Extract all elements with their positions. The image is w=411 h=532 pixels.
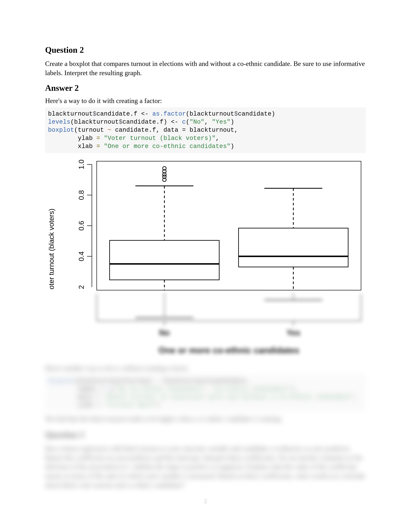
page-number: 2	[0, 497, 411, 504]
svg-text:No: No	[159, 328, 170, 337]
svg-text:0.8: 0.8	[77, 190, 85, 200]
question-heading: Question 2	[45, 45, 366, 55]
svg-text:1.0: 1.0	[77, 160, 85, 169]
boxplot-chart: oter turnout (black voters) 1.0 0.8 0.6 …	[45, 156, 366, 294]
code-block-2-blurred: boxplot(blackturnout$turnout ~ blackturn…	[45, 374, 366, 412]
question-text: Create a boxplot that compares turnout i…	[45, 59, 366, 77]
svg-text:One or more co-ethnic candidat: One or more co-ethnic candidates	[159, 345, 299, 355]
svg-rect-24	[239, 228, 348, 267]
svg-text:Yes: Yes	[286, 328, 300, 337]
svg-text:0.4: 0.4	[77, 251, 85, 261]
answer-intro: Here's a way to do it with creating a fa…	[45, 96, 366, 105]
code-block-1: blackturnout$candidate.f <- as.factor(bl…	[45, 107, 366, 153]
answer-heading: Answer 2	[45, 83, 366, 93]
question3-text-blurred: Run a linear regression with black turno…	[45, 444, 366, 490]
blurred-intro2: Here's another way to do it, without cre…	[45, 363, 366, 373]
blurred-interpret: We find that the black turnout tends to …	[45, 414, 366, 424]
svg-text:oter turnout (black voters): oter turnout (black voters)	[47, 209, 55, 289]
svg-text:0.6: 0.6	[77, 221, 85, 230]
question3-heading-blurred: Question 3	[45, 430, 366, 439]
svg-text:2: 2	[77, 285, 85, 289]
svg-rect-14	[110, 240, 219, 280]
